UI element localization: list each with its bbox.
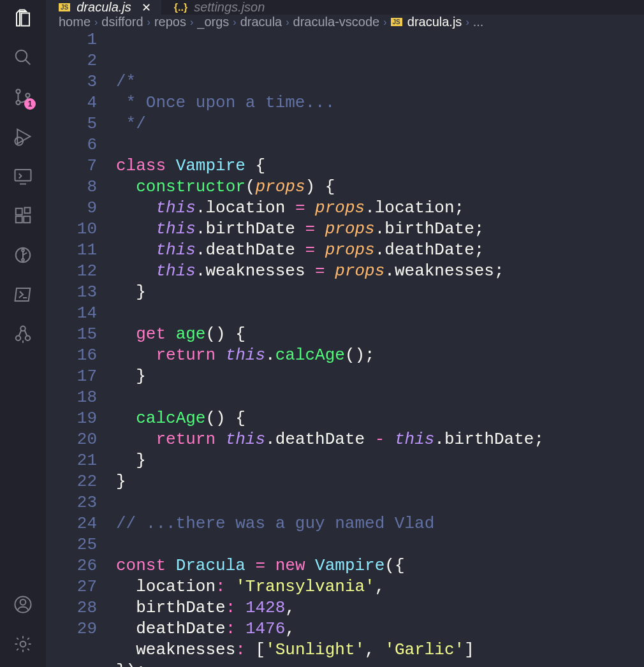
line-number: 1	[46, 29, 97, 50]
line-number: 27	[46, 576, 97, 597]
code-line[interactable]: this.location = props.location;	[116, 198, 644, 219]
svg-point-2	[16, 101, 20, 105]
code-line[interactable]	[116, 492, 644, 513]
line-number: 3	[46, 71, 97, 92]
line-number: 23	[46, 492, 97, 513]
breadcrumb-segment[interactable]: dracula-vscode	[293, 15, 380, 29]
code-content[interactable]: /* * Once upon a time... */class Vampire…	[116, 29, 644, 667]
code-line[interactable]: /*	[116, 71, 644, 92]
line-number: 20	[46, 429, 97, 450]
line-number: 28	[46, 597, 97, 619]
line-numbers: 1234567891011121314151617181920212223242…	[46, 29, 116, 667]
code-line[interactable]: }	[116, 366, 644, 387]
code-line[interactable]: class Vampire {	[116, 156, 644, 177]
code-line[interactable]: location: 'Transylvania',	[116, 576, 644, 597]
code-line[interactable]	[116, 135, 644, 156]
line-number: 7	[46, 156, 97, 177]
breadcrumb[interactable]: home›dsifford›repos›_orgs›dracula›dracul…	[46, 15, 644, 29]
line-number: 18	[46, 387, 97, 408]
code-line[interactable]: * Once upon a time...	[116, 92, 644, 114]
line-number: 21	[46, 450, 97, 471]
json-file-icon: {..}	[174, 2, 187, 13]
line-number: 4	[46, 92, 97, 114]
code-line[interactable]: deathDate: 1476,	[116, 619, 644, 640]
code-editor[interactable]: 1234567891011121314151617181920212223242…	[46, 29, 644, 667]
line-number: 9	[46, 198, 97, 219]
line-number: 6	[46, 135, 97, 156]
chevron-right-icon: ›	[94, 17, 98, 28]
line-number: 8	[46, 177, 97, 198]
breadcrumb-file[interactable]: JS dracula.js	[391, 15, 462, 29]
tab-label: settings.json	[194, 0, 265, 15]
svg-rect-6	[16, 209, 22, 215]
tree-icon[interactable]	[11, 323, 34, 346]
code-line[interactable]: weaknesses: ['Sunlight', 'Garlic']	[116, 640, 644, 661]
breadcrumb-segment[interactable]: dracula	[240, 15, 282, 29]
search-icon[interactable]	[11, 46, 34, 69]
extensions-icon[interactable]	[11, 204, 34, 227]
breadcrumb-segment[interactable]: dsifford	[101, 15, 143, 29]
svg-point-3	[26, 93, 29, 97]
code-line[interactable]: }	[116, 471, 644, 492]
explorer-icon[interactable]	[11, 6, 34, 29]
chevron-right-icon: ›	[190, 17, 193, 28]
editor-tabs: JS dracula.js ✕ {..} settings.json	[46, 0, 644, 15]
svg-rect-7	[16, 216, 22, 223]
code-line[interactable]: get age() {	[116, 324, 644, 345]
breadcrumb-segment[interactable]: home	[59, 15, 91, 29]
svg-rect-8	[24, 216, 30, 223]
close-icon[interactable]: ✕	[142, 1, 151, 15]
line-number: 2	[46, 50, 97, 71]
code-line[interactable]: this.weaknesses = props.weaknesses;	[116, 261, 644, 282]
line-number: 19	[46, 408, 97, 429]
line-number: 17	[46, 366, 97, 387]
line-number: 15	[46, 324, 97, 345]
code-line[interactable]: return this.calcAge();	[116, 345, 644, 366]
svg-rect-5	[15, 170, 31, 181]
source-control-icon[interactable]: 1	[11, 85, 34, 108]
code-line[interactable]: }	[116, 282, 644, 303]
code-line[interactable]	[116, 534, 644, 555]
scm-badge: 1	[24, 98, 36, 110]
line-number: 29	[46, 619, 97, 640]
chevron-right-icon: ›	[465, 17, 469, 28]
code-line[interactable]: // ...there was a guy named Vlad	[116, 513, 644, 534]
tab-label: dracula.js	[77, 0, 131, 15]
powershell-icon[interactable]	[11, 283, 34, 306]
breadcrumb-tail: ...	[473, 15, 484, 29]
code-line[interactable]: */	[116, 114, 644, 135]
settings-gear-icon[interactable]	[11, 633, 34, 656]
code-line[interactable]: }	[116, 450, 644, 471]
svg-point-0	[16, 50, 27, 62]
git-graph-icon[interactable]	[11, 244, 34, 267]
breadcrumb-segment[interactable]: repos	[154, 15, 186, 29]
svg-point-14	[16, 336, 21, 341]
code-line[interactable]: return this.deathDate - this.birthDate;	[116, 429, 644, 450]
line-number: 5	[46, 114, 97, 135]
code-line[interactable]: calcAge() {	[116, 408, 644, 429]
svg-point-1	[16, 89, 20, 93]
breadcrumb-segment[interactable]: _orgs	[197, 15, 229, 29]
activity-bar: 1	[0, 0, 46, 667]
chevron-right-icon: ›	[286, 17, 289, 28]
code-line[interactable]	[116, 303, 644, 324]
run-debug-icon[interactable]	[11, 125, 34, 148]
svg-point-15	[26, 336, 31, 341]
code-line[interactable]: constructor(props) {	[116, 177, 644, 198]
code-line[interactable]: this.birthDate = props.birthDate;	[116, 219, 644, 240]
js-file-icon: JS	[391, 18, 402, 26]
tab-dracula-js[interactable]: JS dracula.js ✕	[46, 0, 161, 15]
accounts-icon[interactable]	[11, 593, 34, 616]
code-line[interactable]: const Dracula = new Vampire({	[116, 555, 644, 576]
code-line[interactable]: });	[116, 661, 644, 667]
tab-settings-json[interactable]: {..} settings.json	[161, 0, 275, 15]
code-line[interactable]: birthDate: 1428,	[116, 597, 644, 619]
remote-icon[interactable]	[11, 165, 34, 187]
chevron-right-icon: ›	[233, 17, 236, 28]
svg-rect-9	[25, 208, 31, 214]
line-number: 12	[46, 261, 97, 282]
line-number: 24	[46, 513, 97, 534]
line-number: 11	[46, 240, 97, 261]
code-line[interactable]: this.deathDate = props.deathDate;	[116, 240, 644, 261]
code-line[interactable]	[116, 387, 644, 408]
